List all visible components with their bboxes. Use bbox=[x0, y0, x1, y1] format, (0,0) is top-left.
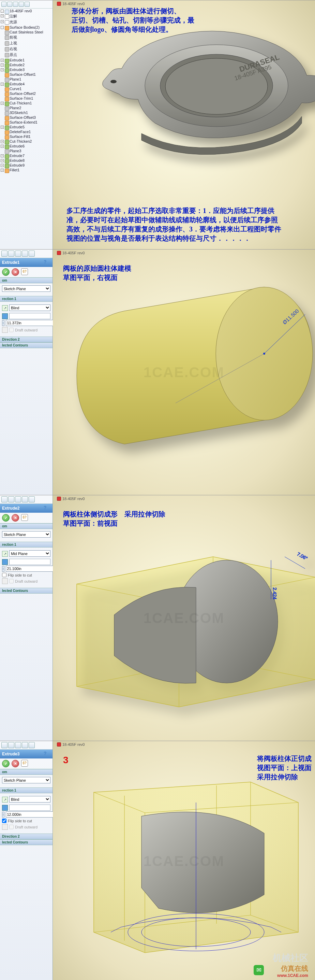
pm-tab-3[interactable] bbox=[15, 742, 21, 748]
tree-item-plane1[interactable]: Plane1 bbox=[5, 77, 52, 81]
tree-tab-pm[interactable] bbox=[7, 2, 12, 7]
pm-tab-5[interactable] bbox=[28, 496, 35, 503]
pm-tab-4[interactable] bbox=[22, 496, 28, 503]
draft-icon[interactable] bbox=[2, 824, 8, 830]
end-cond-select[interactable]: Mid Plane bbox=[9, 550, 51, 557]
grp-dir2[interactable]: Direction 2 bbox=[0, 834, 52, 839]
viewport-topcut[interactable]: 18-405F rev0 3 将阀板柱体正切成 视图平面：上视面 采用拉伸切除 bbox=[53, 741, 315, 980]
viewport-sidecut[interactable]: 18-405F rev0 阀板柱体侧切成形 采用拉伸切除 草图平面：前视面 bbox=[53, 495, 315, 741]
tree-item-extrude8[interactable]: +Extrude8 bbox=[5, 158, 52, 163]
pm-tab-1[interactable] bbox=[2, 251, 8, 257]
cancel-button[interactable]: ✕ bbox=[12, 514, 19, 522]
tree-item-cut-thicken1[interactable]: +Cut-Thicken1 bbox=[5, 101, 52, 105]
flip-side-check[interactable] bbox=[2, 573, 6, 577]
grp-contours[interactable]: lected Contours bbox=[0, 839, 52, 845]
tree-tab-config[interactable] bbox=[13, 2, 18, 7]
from-select[interactable]: Sketch Plane bbox=[2, 531, 51, 538]
reverse-dir-icon[interactable]: ↗ bbox=[2, 797, 8, 802]
detail-preview-icon[interactable]: 6? bbox=[21, 268, 28, 275]
tree-item-surface-trim1[interactable]: Surface-Trim1 bbox=[5, 96, 52, 101]
grp-dir1[interactable]: rection 1 bbox=[0, 542, 52, 547]
pm-tab-5[interactable] bbox=[28, 251, 35, 257]
ok-button[interactable]: ✓ bbox=[2, 514, 9, 522]
depth-input[interactable] bbox=[6, 811, 55, 818]
ok-button[interactable]: ✓ bbox=[2, 760, 9, 767]
tree-item-plane3[interactable]: Plane3 bbox=[5, 148, 52, 153]
help-icon[interactable]: ? bbox=[44, 751, 51, 757]
pm-tab-3[interactable] bbox=[15, 496, 21, 503]
end-cond-select[interactable]: Blind bbox=[9, 304, 51, 311]
tree-item-surface-extend1[interactable]: Surface-Extend1 bbox=[5, 120, 52, 124]
tree-item-cast-stainless-steel[interactable]: Cast Stainless Steel bbox=[5, 30, 52, 35]
tree-item-deleteface1[interactable]: DeleteFace1 bbox=[5, 129, 52, 134]
viewport-analysis[interactable]: 18-405F rev0 形体分析，阀板由圆柱体进行侧切、 正切、切槽、钻孔、切… bbox=[53, 0, 315, 249]
tree-toggle[interactable]: + bbox=[1, 68, 4, 72]
dir-color-icon[interactable] bbox=[2, 559, 8, 565]
help-icon[interactable]: ? bbox=[44, 505, 51, 512]
pm-tab-1[interactable] bbox=[2, 496, 8, 503]
detail-preview-icon[interactable]: 6? bbox=[21, 514, 28, 521]
pm-tab-2[interactable] bbox=[8, 496, 14, 503]
reverse-dir-icon[interactable]: ↗ bbox=[2, 305, 8, 311]
grp-contours[interactable]: lected Contours bbox=[0, 342, 52, 348]
tree-toggle[interactable]: + bbox=[1, 59, 4, 62]
tree-toggle[interactable]: + bbox=[1, 154, 4, 158]
tree-item-extrude6[interactable]: +Extrude6 bbox=[5, 144, 52, 148]
tree-item--[interactable]: +光源 bbox=[5, 19, 52, 25]
tree-tab-render[interactable] bbox=[25, 2, 30, 7]
pm-tab-1[interactable] bbox=[2, 742, 8, 748]
tree-toggle[interactable]: + bbox=[1, 102, 4, 105]
tree-item-plane2[interactable]: Plane2 bbox=[5, 105, 52, 110]
grp-dir2[interactable]: Direction 2 bbox=[0, 337, 52, 342]
tree-toggle[interactable]: + bbox=[1, 64, 4, 67]
tree-tab-dim[interactable] bbox=[19, 2, 24, 7]
tree-item-extrude2[interactable]: +Extrude2 bbox=[5, 62, 52, 67]
tree-item--[interactable]: 上视 bbox=[5, 40, 52, 46]
grp-from[interactable]: om bbox=[0, 277, 52, 283]
grp-dir1[interactable]: rection 1 bbox=[0, 788, 52, 793]
tree-toggle[interactable]: + bbox=[1, 169, 4, 172]
tree-item-surface-offset3[interactable]: Surface-Offset3 bbox=[5, 115, 52, 120]
help-icon[interactable]: ? bbox=[44, 259, 51, 266]
grp-from[interactable]: om bbox=[0, 523, 52, 529]
dir-color-icon[interactable] bbox=[2, 313, 8, 319]
tree-toggle[interactable]: - bbox=[1, 10, 4, 13]
pm-tab-3[interactable] bbox=[15, 251, 21, 257]
tree-item-extrude7[interactable]: +Extrude7 bbox=[5, 153, 52, 158]
pm-tab-2[interactable] bbox=[8, 251, 14, 257]
tree-item--[interactable]: 原点 bbox=[5, 52, 52, 58]
tree-item-extrude4[interactable]: +Extrude4 bbox=[5, 81, 52, 86]
tree-item-extrude5[interactable]: +Extrude5 bbox=[5, 124, 52, 129]
tree-item-extrude3[interactable]: +Extrude3 bbox=[5, 67, 52, 72]
end-cond-select[interactable]: Blind bbox=[9, 796, 51, 802]
reverse-dir-icon[interactable]: ↗ bbox=[2, 551, 8, 557]
grp-contours[interactable]: lected Contours bbox=[0, 588, 52, 593]
tree-toggle[interactable]: + bbox=[1, 126, 4, 129]
cancel-button[interactable]: ✕ bbox=[12, 760, 19, 767]
tree-item--[interactable]: 右视 bbox=[5, 46, 52, 52]
from-select[interactable]: Sketch Plane bbox=[2, 285, 51, 292]
ok-button[interactable]: ✓ bbox=[2, 268, 9, 276]
detail-preview-icon[interactable]: 6? bbox=[21, 760, 28, 767]
grp-from[interactable]: om bbox=[0, 769, 52, 775]
from-select[interactable]: Sketch Plane bbox=[2, 777, 51, 783]
tree-toggle[interactable]: + bbox=[1, 164, 4, 167]
pm-tab-4[interactable] bbox=[22, 742, 28, 748]
depth-input[interactable] bbox=[6, 566, 55, 572]
tree-toggle[interactable]: + bbox=[1, 140, 4, 143]
draft-icon[interactable] bbox=[2, 578, 8, 584]
depth-input[interactable] bbox=[6, 320, 55, 326]
viewport-cylinder[interactable]: 18-405F rev0 阀板的原始圆柱体建模 草图平面，右视面 bbox=[53, 250, 315, 495]
pm-tab-5[interactable] bbox=[28, 742, 35, 748]
tree-item-curve1[interactable]: Curve1 bbox=[5, 86, 52, 91]
tree-toggle[interactable]: + bbox=[1, 83, 4, 86]
tree-item-surface-offset1[interactable]: Surface-Offset1 bbox=[5, 72, 52, 77]
pm-tab-2[interactable] bbox=[8, 742, 14, 748]
pm-tab-4[interactable] bbox=[22, 251, 28, 257]
dir-color-icon[interactable] bbox=[2, 805, 8, 811]
tree-item--[interactable]: 前视 bbox=[5, 35, 52, 40]
tree-item--[interactable]: +注解 bbox=[5, 13, 52, 19]
tree-item-fillet1[interactable]: +Fillet1 bbox=[5, 168, 52, 172]
tree-item-18-405f-rev0[interactable]: -18-405F rev0 bbox=[5, 8, 52, 13]
flip-side-check[interactable] bbox=[2, 819, 6, 823]
